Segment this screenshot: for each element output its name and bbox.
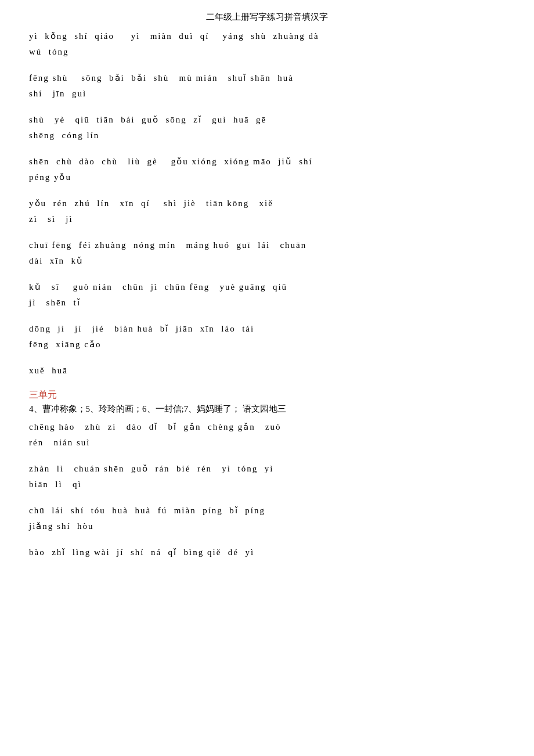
section-header: 三单元 (29, 389, 505, 401)
pinyin-row: péng yǒu (29, 170, 505, 185)
pinyin-row: shēn chù dào chù liù gè gǒu xióng xióng … (29, 154, 505, 170)
page-title: 二年级上册写字练习拼音填汉字 (29, 12, 505, 23)
pinyin-row: yì kǒng shí qiáo yì miàn duì qí yáng shù… (29, 28, 505, 44)
pinyin-row: zhàn lì chuán shēn guǒ rán bié rén yì tó… (29, 461, 505, 477)
section-group-3: chū lái shí tóu huà huà fú miàn píng bǐ … (29, 503, 505, 534)
pinyin-row: kǔ sī guò nián chūn jì chūn fēng yuè guā… (29, 279, 505, 295)
pinyin-row: chū lái shí tóu huà huà fú miàn píng bǐ … (29, 503, 505, 519)
pinyin-row: jiǎng shí hòu (29, 519, 505, 534)
pinyin-row: dōng jì jì jié biàn huà bǐ jiān xīn láo … (29, 321, 505, 337)
section-group-4: bào zhǐ lìng wài jí shí ná qǐ bìng qiě d… (29, 545, 505, 560)
pinyin-row: chēng hào zhù zi dào dǐ bǐ gǎn chèng gǎn… (29, 419, 505, 435)
pinyin-row: bào zhǐ lìng wài jí shí ná qǐ bìng qiě d… (29, 545, 505, 560)
pinyin-row: fēng shù sōng bǎi bǎi shù mù mián shuǐ s… (29, 70, 505, 86)
pinyin-row: jì shēn tǐ (29, 295, 505, 311)
group-4: shēn chù dào chù liù gè gǒu xióng xióng … (29, 154, 505, 185)
group-9: xuě huā (29, 363, 505, 379)
group-2: fēng shù sōng bǎi bǎi shù mù mián shuǐ s… (29, 70, 505, 102)
pinyin-row: fēng xiāng cǎo (29, 337, 505, 352)
section-group-2: zhàn lì chuán shēn guǒ rán bié rén yì tó… (29, 461, 505, 492)
pinyin-row: wú tóng (29, 44, 505, 60)
pinyin-row: dài xīn kǔ (29, 253, 505, 269)
group-7: kǔ sī guò nián chūn jì chūn fēng yuè guā… (29, 279, 505, 311)
pinyin-row: rén nián suì (29, 435, 505, 451)
pinyin-row: shí jīn guì (29, 86, 505, 102)
section-group-1: chēng hào zhù zi dào dǐ bǐ gǎn chèng gǎn… (29, 419, 505, 451)
pinyin-row: shù yè qiū tiān bái guǒ sōng zǐ guì huā … (29, 112, 505, 128)
section-info: 4、曹冲称象；5、玲玲的画；6、一封信;7、妈妈睡了； 语文园地三 (29, 404, 505, 415)
pinyin-row: xuě huā (29, 363, 505, 379)
pinyin-row: yǒu rén zhú lín xīn qí shì jiè tiān kōng… (29, 196, 505, 211)
pinyin-row: chuī fēng féi zhuàng nóng mín máng huó g… (29, 237, 505, 253)
pinyin-row: zì sì jì (29, 211, 505, 227)
group-6: chuī fēng féi zhuàng nóng mín máng huó g… (29, 237, 505, 269)
pinyin-row: shēng cóng lín (29, 128, 505, 143)
group-5: yǒu rén zhú lín xīn qí shì jiè tiān kōng… (29, 196, 505, 227)
content-area: yì kǒng shí qiáo yì miàn duì qí yáng shù… (29, 28, 505, 560)
group-8: dōng jì jì jié biàn huà bǐ jiān xīn láo … (29, 321, 505, 352)
pinyin-row: biān lì qì (29, 477, 505, 492)
group-3: shù yè qiū tiān bái guǒ sōng zǐ guì huā … (29, 112, 505, 143)
group-1: yì kǒng shí qiáo yì miàn duì qí yáng shù… (29, 28, 505, 60)
